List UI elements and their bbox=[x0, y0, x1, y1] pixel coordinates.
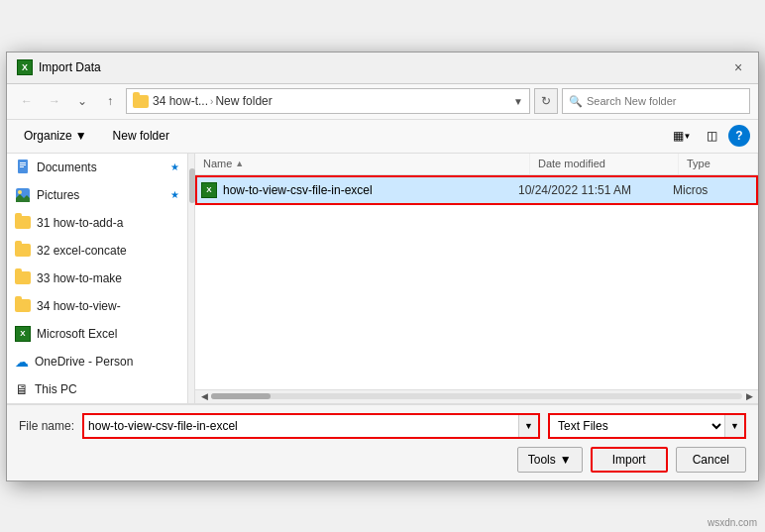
file-date-cell: 10/24/2022 11:51 AM bbox=[518, 183, 667, 197]
nav-bar: ← → ⌄ ↑ 34 how-t... › New folder ▼ ↻ 🔍 bbox=[7, 84, 758, 120]
forward-button[interactable]: → bbox=[43, 89, 66, 113]
view-icon1: ▦ bbox=[673, 129, 684, 143]
filetype-dropdown-button[interactable]: ▼ bbox=[724, 415, 744, 437]
filetype-select-wrap: Text Files All Files CSV Files ▼ bbox=[548, 413, 746, 439]
folder34-icon bbox=[15, 299, 31, 312]
sidebar-item-excel[interactable]: X Microsoft Excel bbox=[7, 320, 187, 348]
file-name-cell: X how-to-view-csv-file-in-excel bbox=[201, 182, 512, 198]
preview-pane-button[interactable]: ◫ bbox=[699, 124, 724, 148]
tools-button[interactable]: Tools ▼ bbox=[517, 447, 583, 473]
onedrive-icon: ☁ bbox=[15, 354, 29, 370]
sidebar-item-folder34[interactable]: 34 how-to-view- bbox=[7, 292, 187, 320]
pictures-icon bbox=[15, 187, 31, 203]
h-scrollbar[interactable]: ◀ ▶ bbox=[195, 389, 758, 403]
excel-app-icon: X bbox=[17, 59, 33, 75]
col-date-label: Date modified bbox=[538, 158, 605, 169]
filename-input[interactable] bbox=[84, 415, 518, 437]
filename-input-wrap: ▼ bbox=[82, 413, 540, 439]
help-button[interactable]: ? bbox=[728, 125, 750, 147]
folder32-label: 32 excel-concate bbox=[37, 244, 127, 258]
close-button[interactable]: × bbox=[728, 57, 748, 77]
import-button[interactable]: Import bbox=[591, 447, 668, 473]
file-name: how-to-view-csv-file-in-excel bbox=[223, 183, 373, 197]
file-area: Name ▲ Date modified Type X how-to-view-… bbox=[195, 154, 758, 403]
bottom-bar: File name: ▼ Text Files All Files CSV Fi… bbox=[7, 404, 758, 480]
sidebar: Documents Pictures 31 how-to-add-a bbox=[7, 154, 187, 403]
search-icon: 🔍 bbox=[569, 95, 583, 108]
svg-rect-3 bbox=[20, 166, 24, 167]
scroll-right-button[interactable]: ▶ bbox=[742, 389, 756, 403]
breadcrumb-folder-icon bbox=[133, 95, 149, 108]
breadcrumb-parts: 34 how-t... › New folder bbox=[153, 94, 509, 108]
scroll-left-button[interactable]: ◀ bbox=[197, 389, 211, 403]
breadcrumb-part1: 34 how-t... bbox=[153, 94, 208, 108]
toolbar: Organize ▼ New folder ▦ ▼ ◫ ? bbox=[7, 120, 758, 154]
view-dropdown-icon: ▼ bbox=[684, 132, 692, 141]
new-folder-label: New folder bbox=[113, 129, 169, 143]
up-button[interactable]: ↑ bbox=[98, 89, 122, 113]
recent-locations-button[interactable]: ⌄ bbox=[70, 89, 94, 113]
view-toggle-button[interactable]: ▦ ▼ bbox=[669, 124, 695, 148]
file-list-header: Name ▲ Date modified Type bbox=[195, 154, 758, 175]
file-excel-icon: X bbox=[201, 182, 217, 198]
preview-icon: ◫ bbox=[707, 129, 717, 143]
watermark: wsxdn.com bbox=[708, 517, 757, 528]
filetype-select[interactable]: Text Files All Files CSV Files bbox=[550, 415, 724, 437]
search-bar: 🔍 bbox=[562, 88, 750, 114]
folder32-icon bbox=[15, 244, 31, 257]
breadcrumb[interactable]: 34 how-t... › New folder ▼ bbox=[126, 88, 530, 114]
title-bar-left: X Import Data bbox=[17, 59, 101, 75]
import-dialog: X Import Data × ← → ⌄ ↑ 34 how-t... › Ne… bbox=[6, 52, 759, 481]
filename-label: File name: bbox=[19, 419, 74, 433]
organize-dropdown-icon: ▼ bbox=[75, 129, 87, 143]
sidebar-item-onedrive[interactable]: ☁ OneDrive - Person bbox=[7, 348, 187, 375]
col-type-label: Type bbox=[687, 158, 710, 169]
folder34-label: 34 how-to-view- bbox=[37, 299, 121, 313]
filename-dropdown-button[interactable]: ▼ bbox=[518, 415, 538, 437]
col-header-date[interactable]: Date modified bbox=[530, 154, 679, 174]
file-list: X how-to-view-csv-file-in-excel 10/24/20… bbox=[195, 175, 758, 389]
dialog-title: Import Data bbox=[39, 60, 101, 74]
tools-dropdown-icon: ▼ bbox=[560, 453, 572, 467]
file-type-cell: Micros bbox=[673, 183, 752, 197]
refresh-button[interactable]: ↻ bbox=[534, 88, 558, 114]
folder33-icon bbox=[15, 271, 31, 284]
folder31-icon bbox=[15, 216, 31, 229]
sidebar-wrapper: Documents Pictures 31 how-to-add-a bbox=[7, 154, 195, 403]
documents-icon bbox=[15, 160, 31, 175]
search-input[interactable] bbox=[587, 95, 743, 107]
sidebar-scroll-thumb bbox=[189, 168, 195, 203]
filename-row: File name: ▼ Text Files All Files CSV Fi… bbox=[19, 413, 746, 439]
tools-label: Tools bbox=[528, 453, 556, 467]
sort-arrow: ▲ bbox=[235, 159, 244, 168]
svg-rect-1 bbox=[20, 162, 26, 163]
documents-label: Documents bbox=[37, 160, 97, 174]
sidebar-item-pictures[interactable]: Pictures bbox=[7, 181, 187, 209]
col-header-name[interactable]: Name ▲ bbox=[195, 154, 530, 174]
back-button[interactable]: ← bbox=[15, 89, 39, 113]
pc-icon: 🖥 bbox=[15, 381, 29, 397]
organize-label: Organize bbox=[24, 129, 72, 143]
sidebar-scrollbar[interactable] bbox=[187, 154, 194, 403]
folder33-label: 33 how-to-make bbox=[37, 271, 122, 285]
excel-icon: X bbox=[15, 326, 31, 342]
sidebar-item-this-pc[interactable]: 🖥 This PC bbox=[7, 375, 187, 403]
col-header-type[interactable]: Type bbox=[679, 154, 758, 174]
organize-button[interactable]: Organize ▼ bbox=[15, 124, 96, 148]
breadcrumb-dropdown[interactable]: ▼ bbox=[513, 96, 523, 107]
excel-label: Microsoft Excel bbox=[37, 327, 117, 341]
onedrive-label: OneDrive - Person bbox=[35, 355, 133, 369]
col-name-label: Name bbox=[203, 158, 232, 169]
sidebar-item-folder33[interactable]: 33 how-to-make bbox=[7, 265, 187, 292]
cancel-button[interactable]: Cancel bbox=[676, 447, 746, 473]
scroll-thumb bbox=[211, 393, 271, 399]
svg-rect-2 bbox=[20, 164, 26, 165]
sidebar-item-folder31[interactable]: 31 how-to-add-a bbox=[7, 209, 187, 237]
new-folder-button[interactable]: New folder bbox=[104, 124, 178, 148]
folder31-label: 31 how-to-add-a bbox=[37, 216, 123, 230]
pictures-label: Pictures bbox=[37, 188, 79, 202]
sidebar-item-documents[interactable]: Documents bbox=[7, 154, 187, 181]
breadcrumb-part2: New folder bbox=[215, 94, 272, 108]
sidebar-item-folder32[interactable]: 32 excel-concate bbox=[7, 237, 187, 265]
table-row[interactable]: X how-to-view-csv-file-in-excel 10/24/20… bbox=[195, 175, 758, 205]
